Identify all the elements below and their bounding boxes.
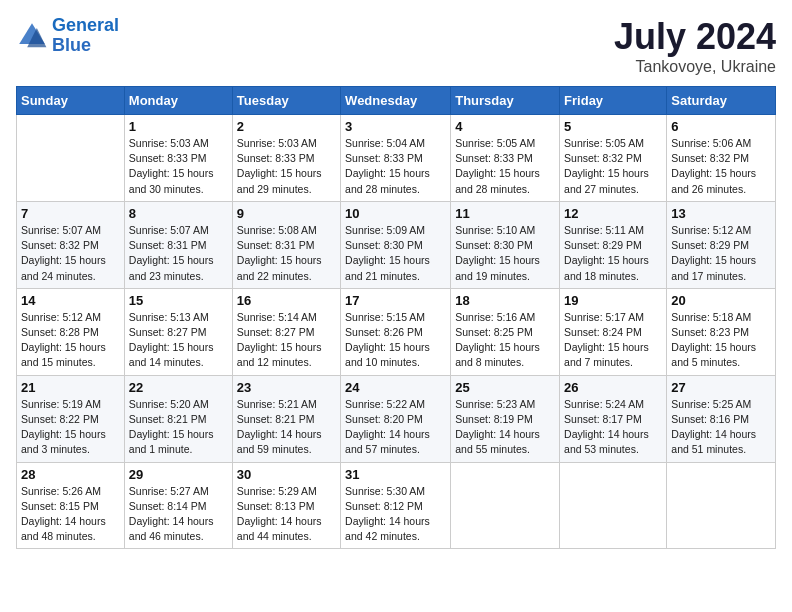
day-number: 21: [21, 380, 120, 395]
day-number: 4: [455, 119, 555, 134]
day-info: Sunrise: 5:08 AM Sunset: 8:31 PM Dayligh…: [237, 223, 336, 284]
calendar-header-row: SundayMondayTuesdayWednesdayThursdayFrid…: [17, 87, 776, 115]
day-info: Sunrise: 5:19 AM Sunset: 8:22 PM Dayligh…: [21, 397, 120, 458]
calendar-cell: 22Sunrise: 5:20 AM Sunset: 8:21 PM Dayli…: [124, 375, 232, 462]
calendar-cell: 6Sunrise: 5:06 AM Sunset: 8:32 PM Daylig…: [667, 115, 776, 202]
calendar-cell: 12Sunrise: 5:11 AM Sunset: 8:29 PM Dayli…: [560, 201, 667, 288]
calendar-week-5: 28Sunrise: 5:26 AM Sunset: 8:15 PM Dayli…: [17, 462, 776, 549]
calendar-cell: [667, 462, 776, 549]
month-title: July 2024: [614, 16, 776, 58]
calendar-week-2: 7Sunrise: 5:07 AM Sunset: 8:32 PM Daylig…: [17, 201, 776, 288]
weekday-header-saturday: Saturday: [667, 87, 776, 115]
calendar-cell: 24Sunrise: 5:22 AM Sunset: 8:20 PM Dayli…: [341, 375, 451, 462]
calendar-cell: 2Sunrise: 5:03 AM Sunset: 8:33 PM Daylig…: [232, 115, 340, 202]
calendar-cell: [17, 115, 125, 202]
calendar-cell: 1Sunrise: 5:03 AM Sunset: 8:33 PM Daylig…: [124, 115, 232, 202]
day-info: Sunrise: 5:09 AM Sunset: 8:30 PM Dayligh…: [345, 223, 446, 284]
day-number: 14: [21, 293, 120, 308]
weekday-header-friday: Friday: [560, 87, 667, 115]
logo: General Blue: [16, 16, 119, 56]
calendar-cell: 3Sunrise: 5:04 AM Sunset: 8:33 PM Daylig…: [341, 115, 451, 202]
logo-general: General: [52, 15, 119, 35]
day-info: Sunrise: 5:12 AM Sunset: 8:28 PM Dayligh…: [21, 310, 120, 371]
calendar-cell: 31Sunrise: 5:30 AM Sunset: 8:12 PM Dayli…: [341, 462, 451, 549]
page-header: General Blue July 2024 Tankovoye, Ukrain…: [16, 16, 776, 76]
day-number: 5: [564, 119, 662, 134]
calendar-week-3: 14Sunrise: 5:12 AM Sunset: 8:28 PM Dayli…: [17, 288, 776, 375]
logo-icon: [16, 20, 48, 52]
day-number: 16: [237, 293, 336, 308]
day-info: Sunrise: 5:07 AM Sunset: 8:31 PM Dayligh…: [129, 223, 228, 284]
day-number: 24: [345, 380, 446, 395]
day-number: 31: [345, 467, 446, 482]
day-number: 25: [455, 380, 555, 395]
day-info: Sunrise: 5:30 AM Sunset: 8:12 PM Dayligh…: [345, 484, 446, 545]
weekday-header-sunday: Sunday: [17, 87, 125, 115]
day-number: 12: [564, 206, 662, 221]
day-number: 28: [21, 467, 120, 482]
day-number: 18: [455, 293, 555, 308]
day-info: Sunrise: 5:25 AM Sunset: 8:16 PM Dayligh…: [671, 397, 771, 458]
day-info: Sunrise: 5:14 AM Sunset: 8:27 PM Dayligh…: [237, 310, 336, 371]
day-info: Sunrise: 5:26 AM Sunset: 8:15 PM Dayligh…: [21, 484, 120, 545]
day-info: Sunrise: 5:20 AM Sunset: 8:21 PM Dayligh…: [129, 397, 228, 458]
day-info: Sunrise: 5:03 AM Sunset: 8:33 PM Dayligh…: [129, 136, 228, 197]
calendar-cell: 21Sunrise: 5:19 AM Sunset: 8:22 PM Dayli…: [17, 375, 125, 462]
day-number: 15: [129, 293, 228, 308]
calendar-cell: 14Sunrise: 5:12 AM Sunset: 8:28 PM Dayli…: [17, 288, 125, 375]
day-number: 19: [564, 293, 662, 308]
day-number: 6: [671, 119, 771, 134]
day-info: Sunrise: 5:24 AM Sunset: 8:17 PM Dayligh…: [564, 397, 662, 458]
day-number: 8: [129, 206, 228, 221]
calendar-cell: 19Sunrise: 5:17 AM Sunset: 8:24 PM Dayli…: [560, 288, 667, 375]
day-info: Sunrise: 5:21 AM Sunset: 8:21 PM Dayligh…: [237, 397, 336, 458]
day-number: 13: [671, 206, 771, 221]
calendar-cell: 18Sunrise: 5:16 AM Sunset: 8:25 PM Dayli…: [451, 288, 560, 375]
calendar-week-1: 1Sunrise: 5:03 AM Sunset: 8:33 PM Daylig…: [17, 115, 776, 202]
day-number: 23: [237, 380, 336, 395]
day-number: 26: [564, 380, 662, 395]
day-number: 7: [21, 206, 120, 221]
calendar-cell: 5Sunrise: 5:05 AM Sunset: 8:32 PM Daylig…: [560, 115, 667, 202]
day-number: 29: [129, 467, 228, 482]
day-info: Sunrise: 5:13 AM Sunset: 8:27 PM Dayligh…: [129, 310, 228, 371]
day-info: Sunrise: 5:23 AM Sunset: 8:19 PM Dayligh…: [455, 397, 555, 458]
weekday-header-monday: Monday: [124, 87, 232, 115]
calendar-cell: 25Sunrise: 5:23 AM Sunset: 8:19 PM Dayli…: [451, 375, 560, 462]
location-title: Tankovoye, Ukraine: [614, 58, 776, 76]
weekday-header-thursday: Thursday: [451, 87, 560, 115]
calendar-cell: 13Sunrise: 5:12 AM Sunset: 8:29 PM Dayli…: [667, 201, 776, 288]
day-number: 22: [129, 380, 228, 395]
calendar-cell: 27Sunrise: 5:25 AM Sunset: 8:16 PM Dayli…: [667, 375, 776, 462]
calendar-cell: 4Sunrise: 5:05 AM Sunset: 8:33 PM Daylig…: [451, 115, 560, 202]
day-info: Sunrise: 5:10 AM Sunset: 8:30 PM Dayligh…: [455, 223, 555, 284]
weekday-header-wednesday: Wednesday: [341, 87, 451, 115]
day-number: 10: [345, 206, 446, 221]
title-block: July 2024 Tankovoye, Ukraine: [614, 16, 776, 76]
day-info: Sunrise: 5:29 AM Sunset: 8:13 PM Dayligh…: [237, 484, 336, 545]
day-number: 9: [237, 206, 336, 221]
day-number: 11: [455, 206, 555, 221]
day-info: Sunrise: 5:27 AM Sunset: 8:14 PM Dayligh…: [129, 484, 228, 545]
calendar-table: SundayMondayTuesdayWednesdayThursdayFrid…: [16, 86, 776, 549]
day-info: Sunrise: 5:12 AM Sunset: 8:29 PM Dayligh…: [671, 223, 771, 284]
day-number: 2: [237, 119, 336, 134]
logo-blue: Blue: [52, 35, 91, 55]
weekday-header-tuesday: Tuesday: [232, 87, 340, 115]
day-number: 20: [671, 293, 771, 308]
calendar-cell: 26Sunrise: 5:24 AM Sunset: 8:17 PM Dayli…: [560, 375, 667, 462]
calendar-cell: 29Sunrise: 5:27 AM Sunset: 8:14 PM Dayli…: [124, 462, 232, 549]
day-number: 3: [345, 119, 446, 134]
calendar-cell: 11Sunrise: 5:10 AM Sunset: 8:30 PM Dayli…: [451, 201, 560, 288]
day-info: Sunrise: 5:15 AM Sunset: 8:26 PM Dayligh…: [345, 310, 446, 371]
calendar-cell: [451, 462, 560, 549]
day-info: Sunrise: 5:11 AM Sunset: 8:29 PM Dayligh…: [564, 223, 662, 284]
calendar-cell: 23Sunrise: 5:21 AM Sunset: 8:21 PM Dayli…: [232, 375, 340, 462]
day-info: Sunrise: 5:16 AM Sunset: 8:25 PM Dayligh…: [455, 310, 555, 371]
day-number: 30: [237, 467, 336, 482]
calendar-week-4: 21Sunrise: 5:19 AM Sunset: 8:22 PM Dayli…: [17, 375, 776, 462]
day-number: 17: [345, 293, 446, 308]
calendar-cell: 15Sunrise: 5:13 AM Sunset: 8:27 PM Dayli…: [124, 288, 232, 375]
day-number: 1: [129, 119, 228, 134]
calendar-cell: 20Sunrise: 5:18 AM Sunset: 8:23 PM Dayli…: [667, 288, 776, 375]
